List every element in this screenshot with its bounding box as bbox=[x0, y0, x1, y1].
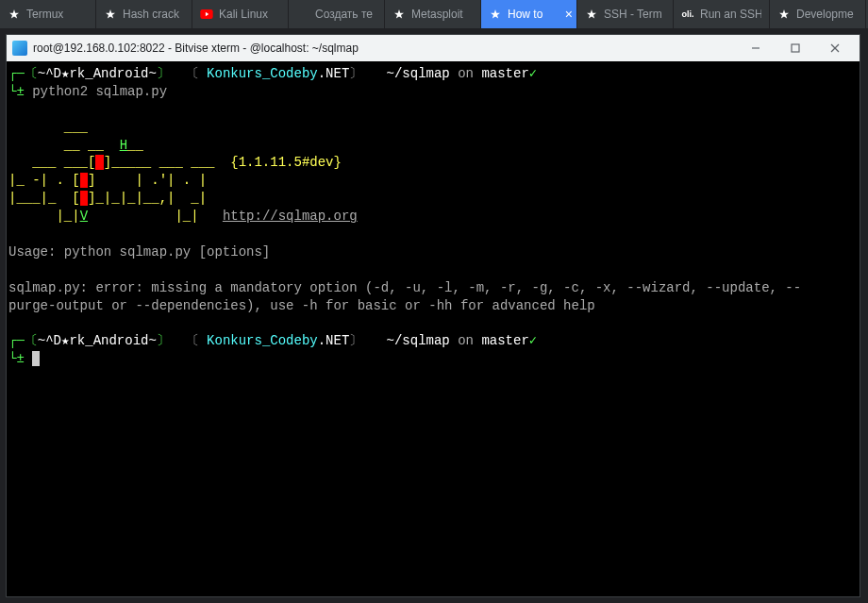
oli-icon: oli. bbox=[681, 8, 694, 21]
bracket-open: 〔 bbox=[25, 333, 38, 348]
bracket-close-2: 〕 bbox=[349, 66, 362, 81]
terminal-cursor bbox=[32, 351, 40, 366]
banner-art: |_| bbox=[88, 209, 199, 224]
terminal-window: root@192.168.0.102:8022 - Bitvise xterm … bbox=[6, 34, 860, 597]
youtube-icon bbox=[200, 8, 213, 21]
tab-ssh-term[interactable]: SSH - Term bbox=[577, 0, 674, 28]
bracket-open-2: 〔 bbox=[186, 66, 199, 81]
bracket-close: 〕 bbox=[157, 333, 170, 348]
star-icon bbox=[585, 8, 598, 21]
svg-rect-2 bbox=[792, 44, 799, 52]
browser-tab-bar: Termux Hash crack Kali Linux Создать те … bbox=[0, 0, 868, 28]
terminal-content[interactable]: ┌─〔~^D★rk_Android~〕 〔 Konkurs_Codeby.NET… bbox=[7, 61, 860, 596]
banner-v: V bbox=[80, 209, 88, 224]
banner-art: ___ ___[ bbox=[16, 155, 95, 170]
star-icon bbox=[777, 8, 791, 21]
banner-url: http://sqlmap.org bbox=[223, 209, 358, 224]
window-titlebar: root@192.168.0.102:8022 - Bitvise xterm … bbox=[7, 35, 860, 61]
prompt-dollar: ± bbox=[16, 351, 24, 366]
prompt-branch: master bbox=[481, 333, 528, 348]
star-icon bbox=[104, 8, 117, 21]
tab-label: Hash crack bbox=[123, 8, 179, 21]
prompt-path: ~/sqlmap bbox=[387, 333, 450, 348]
banner-h: H bbox=[120, 138, 127, 153]
prompt-ctx-b: .NET bbox=[318, 333, 350, 348]
banner-art: ___ bbox=[8, 120, 88, 135]
tab-label: Termux bbox=[26, 8, 63, 21]
window-title: root@192.168.0.102:8022 - Bitvise xterm … bbox=[33, 42, 359, 55]
banner-version: {1.1.11.5#dev} bbox=[230, 155, 342, 170]
check-icon: ✓ bbox=[529, 333, 537, 348]
app-icon bbox=[12, 41, 27, 56]
banner-art: |_| bbox=[8, 209, 80, 224]
check-icon: ✓ bbox=[529, 66, 537, 81]
prompt-path: ~/sqlmap bbox=[387, 66, 450, 81]
prompt-ctx-b: .NET bbox=[318, 66, 350, 81]
tab-hash-crack[interactable]: Hash crack bbox=[96, 0, 192, 28]
banner-art: |_ -| . [ bbox=[8, 173, 80, 188]
bracket-open-2: 〔 bbox=[186, 333, 199, 348]
tab-label: How to bbox=[508, 8, 542, 21]
prompt-branch: master bbox=[481, 66, 528, 81]
star-icon bbox=[489, 8, 502, 21]
tab-developme[interactable]: Developme bbox=[770, 0, 866, 28]
command-text: python2 sqlmap.py bbox=[32, 84, 167, 99]
banner-art: ]_____ ___ ___ bbox=[104, 155, 215, 170]
tab-label: Developme bbox=[796, 8, 854, 21]
star-icon bbox=[392, 8, 406, 21]
usage-line: Usage: python sqlmap.py [options] bbox=[8, 244, 270, 260]
prompt-corner: ┌─ bbox=[8, 66, 25, 81]
close-button[interactable] bbox=[816, 38, 854, 59]
tab-label: SSH - Term bbox=[604, 8, 662, 21]
tab-how-to[interactable]: How to × bbox=[481, 0, 577, 28]
prompt-ctx-a: Konkurs_Codeby bbox=[207, 66, 318, 81]
banner-art: __ __ bbox=[8, 138, 104, 153]
prompt-host: ~^D★rk_Android~ bbox=[38, 333, 157, 348]
bracket-open: 〔 bbox=[25, 66, 38, 81]
banner-art: ] | .'| . | bbox=[88, 173, 207, 188]
tab-label: Metasploit bbox=[411, 8, 463, 21]
prompt-dollar: ± bbox=[16, 84, 24, 99]
bracket-close-2: 〕 bbox=[349, 333, 362, 348]
banner-art: ]_|_|_|__,| _| bbox=[88, 191, 207, 206]
tab-kali-linux[interactable]: Kali Linux bbox=[192, 0, 289, 28]
tab-create[interactable]: Создать те bbox=[289, 0, 385, 28]
blank-icon bbox=[296, 8, 309, 21]
close-icon[interactable]: × bbox=[565, 8, 573, 21]
error-line: purge-output or --dependencies), use -h … bbox=[8, 298, 595, 313]
prompt-host: ~^D★rk_Android~ bbox=[38, 66, 157, 81]
minimize-button[interactable] bbox=[737, 38, 775, 59]
tab-label: Создать те bbox=[315, 8, 373, 21]
tab-label: Run an SSH bbox=[700, 8, 761, 21]
on-text: on bbox=[458, 66, 474, 81]
tab-metasploit[interactable]: Metasploit bbox=[385, 0, 481, 28]
tab-termux[interactable]: Termux bbox=[0, 0, 96, 28]
tab-run-ssh[interactable]: oli. Run an SSH bbox=[674, 0, 770, 28]
maximize-button[interactable] bbox=[776, 38, 814, 59]
on-text: on bbox=[458, 333, 474, 348]
star-icon bbox=[8, 8, 21, 21]
bracket-close: 〕 bbox=[157, 66, 170, 81]
banner-art: |___|_ [ bbox=[8, 191, 80, 206]
prompt-corner: ┌─ bbox=[8, 333, 25, 348]
error-line: sqlmap.py: error: missing a mandatory op… bbox=[8, 280, 801, 295]
tab-label: Kali Linux bbox=[219, 8, 268, 21]
prompt-ctx-a: Konkurs_Codeby bbox=[207, 333, 318, 348]
